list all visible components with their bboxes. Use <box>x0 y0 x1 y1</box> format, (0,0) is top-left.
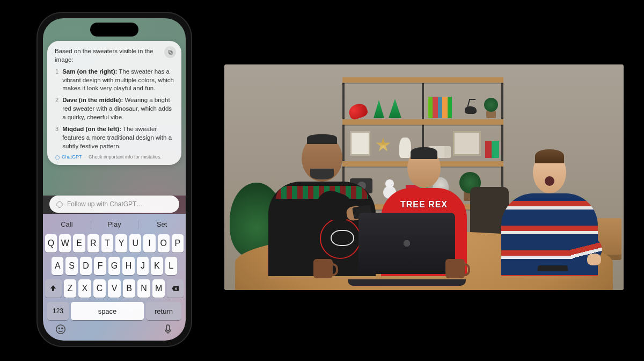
key-o[interactable]: O <box>158 234 170 252</box>
svg-rect-0 <box>169 51 172 54</box>
key-r[interactable]: R <box>87 234 99 252</box>
key-shift[interactable] <box>45 279 62 298</box>
key-k[interactable]: K <box>151 257 163 275</box>
keyboard-suggestions: Call Play Set <box>43 216 186 233</box>
response-list: 1 Sam (on the right): The sweater has a … <box>55 68 174 151</box>
response-credit: ChatGPT · Check important info for mista… <box>55 154 174 160</box>
followup-input[interactable]: Follow up with ChatGPT… <box>49 196 179 213</box>
key-u[interactable]: U <box>129 234 141 252</box>
key-x[interactable]: X <box>78 279 91 298</box>
keyboard-row: Z X C V B N M <box>45 279 184 298</box>
response-item: 3 Miqdad (on the left): The sweater feat… <box>55 125 174 151</box>
chatgpt-response-card: Based on the sweaters visible in the ima… <box>47 41 181 165</box>
response-item-label: Dave (in the middle): <box>62 97 123 103</box>
keyboard-suggestion[interactable]: Call <box>43 216 91 233</box>
emoji-button[interactable] <box>55 323 67 337</box>
key-w[interactable]: W <box>59 234 71 252</box>
key-f[interactable]: F <box>94 257 106 275</box>
svg-point-3 <box>58 328 60 329</box>
chatgpt-logo-icon <box>56 200 63 208</box>
key-t[interactable]: T <box>101 234 113 252</box>
key-e[interactable]: E <box>73 234 85 252</box>
key-y[interactable]: Y <box>115 234 127 252</box>
key-p[interactable]: P <box>172 234 184 252</box>
key-l[interactable]: L <box>165 257 177 275</box>
key-v[interactable]: V <box>108 279 121 298</box>
key-space[interactable]: space <box>71 302 144 320</box>
svg-rect-5 <box>166 325 170 331</box>
key-i[interactable]: I <box>143 234 155 252</box>
phone-screen: Based on the sweaters visible in the ima… <box>43 18 186 341</box>
plant-decor <box>484 96 498 118</box>
phone-device: Based on the sweaters visible in the ima… <box>38 13 191 346</box>
key-s[interactable]: S <box>65 257 77 275</box>
svg-point-4 <box>62 328 63 329</box>
presentation-video: TREE REX <box>224 64 624 290</box>
reindeer-decor <box>462 99 480 118</box>
keyboard-row: A S D F G H J K L <box>45 257 184 275</box>
copy-icon <box>167 49 173 55</box>
key-numbers[interactable]: 123 <box>47 302 69 320</box>
credit-note: Check important info for mistakes. <box>89 154 162 160</box>
mug <box>313 259 333 278</box>
shift-icon <box>49 284 57 293</box>
books-decor <box>428 97 452 118</box>
mug <box>445 259 465 278</box>
response-item-number: 2 <box>55 96 58 122</box>
keyboard-row: Q W E R T Y U I O P <box>45 234 184 252</box>
key-h[interactable]: H <box>122 257 134 275</box>
key-g[interactable]: G <box>108 257 120 275</box>
person-right <box>501 151 598 276</box>
response-item: 1 Sam (on the right): The sweater has a … <box>55 68 174 93</box>
svg-point-2 <box>56 325 65 334</box>
keyboard-suggestion[interactable]: Set <box>138 216 186 233</box>
mini-tree-decor <box>389 99 401 118</box>
key-b[interactable]: B <box>123 279 136 298</box>
key-j[interactable]: J <box>137 257 149 275</box>
response-item-label: Miqdad (on the left): <box>62 126 121 132</box>
dictation-button[interactable] <box>162 323 174 337</box>
key-m[interactable]: M <box>152 279 165 298</box>
key-d[interactable]: D <box>80 257 92 275</box>
phone-on-table <box>537 265 568 271</box>
key-c[interactable]: C <box>93 279 106 298</box>
response-item-number: 3 <box>55 125 58 151</box>
followup-placeholder: Follow up with ChatGPT… <box>67 200 143 208</box>
svg-rect-1 <box>168 50 171 53</box>
mini-tree-decor <box>374 100 384 118</box>
credit-brand: ChatGPT <box>62 154 82 160</box>
response-item-number: 1 <box>55 68 58 93</box>
chatgpt-logo-icon <box>55 155 60 160</box>
keyboard-suggestion[interactable]: Play <box>91 216 138 233</box>
backspace-icon <box>171 284 180 293</box>
santa-hat-decor <box>347 102 369 121</box>
ios-keyboard: Call Play Set Q W E R T Y U I O P <box>43 214 186 341</box>
response-item: 2 Dave (in the middle): Wearing a bright… <box>55 96 174 122</box>
elf-decor <box>485 141 499 158</box>
key-z[interactable]: Z <box>64 279 77 298</box>
key-return[interactable]: return <box>146 302 181 320</box>
keyboard-row: 123 space return <box>45 302 184 320</box>
microphone-icon <box>162 323 174 335</box>
dynamic-island <box>90 23 138 37</box>
response-item-label: Sam (on the right): <box>62 68 117 75</box>
key-backspace[interactable] <box>167 279 184 298</box>
copy-response-button[interactable] <box>164 46 176 58</box>
key-q[interactable]: Q <box>45 234 57 252</box>
key-a[interactable]: A <box>52 257 63 275</box>
emoji-icon <box>55 323 67 335</box>
response-intro: Based on the sweaters visible in the ima… <box>55 47 174 64</box>
key-n[interactable]: N <box>137 279 150 298</box>
sweater-text: TREE REX <box>381 200 467 210</box>
